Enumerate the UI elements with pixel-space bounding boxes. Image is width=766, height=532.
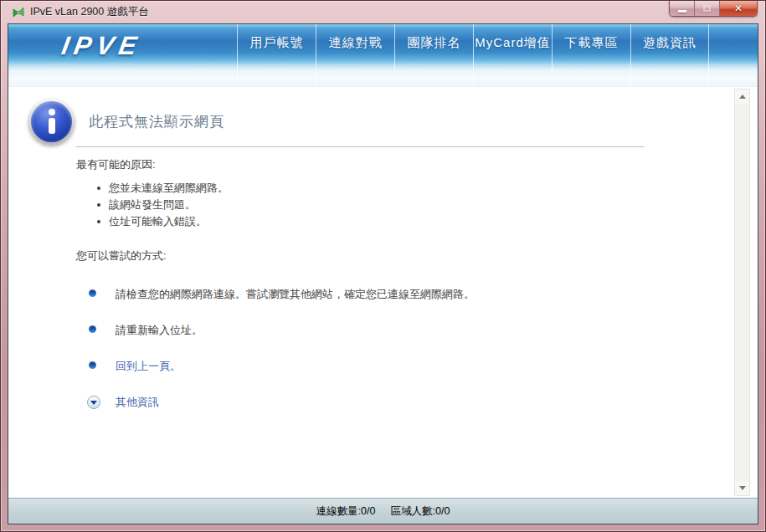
scroll-up-icon	[739, 95, 746, 99]
minimize-icon	[678, 10, 686, 13]
nav-item-team-ranking[interactable]: 團隊排名	[394, 24, 473, 86]
scrollbar-down-button[interactable]	[735, 481, 749, 495]
statusbar: 連線數量:0/0 區域人數:0/0	[8, 498, 758, 524]
chevron-down-circle-icon[interactable]	[87, 396, 100, 409]
scrollbar-up-button[interactable]	[735, 90, 749, 104]
info-icon	[28, 99, 75, 145]
ipve-logo: IPVE	[59, 31, 144, 61]
list-item: 回到上一頁。	[76, 359, 758, 374]
nav-item-user-account[interactable]: 用戶帳號	[237, 24, 316, 86]
blue-sphere-bullet-icon	[89, 289, 96, 297]
back-link[interactable]: 回到上一頁。	[116, 359, 181, 374]
navbar: IPVE 用戶帳號 連線對戰 團隊排名 MyCard增值 下載專區 遊戲資訊	[8, 24, 758, 87]
titlebar: IPvE vLan 2900 遊戲平台 ✕	[1, 1, 765, 23]
bullet-icon	[97, 220, 100, 223]
scroll-down-icon	[739, 486, 746, 490]
bullet-icon	[97, 203, 100, 207]
more-info-row: 其他資訊	[76, 395, 758, 410]
causes-list: 您並未連線至網際網路。 該網站發生問題。 位址可能輸入錯誤。	[76, 180, 758, 230]
app-icon	[12, 6, 25, 19]
blue-sphere-bullet-icon	[89, 325, 96, 333]
list-item: 請檢查您的網際網路連線。嘗試瀏覽其他網站，確定您已連線至網際網路。	[76, 287, 758, 302]
blue-sphere-bullet-icon	[89, 361, 96, 369]
error-header: 此程式無法顯示網頁	[28, 99, 758, 145]
connections-count: 連線數量:0/0	[316, 504, 376, 519]
nav-item-online-battle[interactable]: 連線對戰	[316, 24, 394, 86]
error-page: 此程式無法顯示網頁 最有可能的原因: 您並未連線至網際網路。 該網站發生問題。	[8, 87, 758, 410]
maximize-button[interactable]	[695, 1, 720, 16]
client-area: IPVE 用戶帳號 連線對戰 團隊排名 MyCard增值 下載專區 遊戲資訊 此…	[8, 23, 758, 524]
list-item: 該網站發生問題。	[76, 197, 758, 213]
try-heading: 您可以嘗試的方式:	[76, 248, 758, 263]
divider-rule	[76, 146, 644, 147]
nav-item-download-zone[interactable]: 下載專區	[552, 24, 630, 86]
nav-item-mycard-topup[interactable]: MyCard增值	[473, 24, 552, 86]
list-item: 請重新輸入位址。	[76, 323, 758, 338]
minimize-button[interactable]	[670, 1, 695, 16]
close-button[interactable]: ✕	[720, 1, 757, 16]
app-window: IPvE vLan 2900 遊戲平台 ✕ IPVE 用戶帳號 連線對戰 團隊排…	[0, 0, 766, 532]
causes-heading: 最有可能的原因:	[76, 157, 758, 172]
window-controls: ✕	[669, 1, 758, 17]
more-info-link[interactable]: 其他資訊	[116, 395, 159, 410]
maximize-icon	[703, 5, 711, 12]
close-icon: ✕	[734, 3, 743, 13]
scrollbar[interactable]	[734, 89, 750, 496]
browser-view: 此程式無法顯示網頁 最有可能的原因: 您並未連線至網際網路。 該網站發生問題。	[8, 87, 758, 498]
bullet-icon	[97, 187, 100, 190]
list-item: 位址可能輸入錯誤。	[76, 213, 758, 230]
nav-menu: 用戶帳號 連線對戰 團隊排名 MyCard增值 下載專區 遊戲資訊	[237, 24, 709, 86]
error-title: 此程式無法顯示網頁	[89, 112, 224, 131]
nav-item-game-info[interactable]: 遊戲資訊	[630, 24, 709, 86]
players-count: 區域人數:0/0	[391, 504, 450, 519]
suggestions-list: 請檢查您的網際網路連線。嘗試瀏覽其他網站，確定您已連線至網際網路。 請重新輸入位…	[76, 287, 758, 410]
window-title: IPvE vLan 2900 遊戲平台	[30, 5, 149, 19]
list-item: 您並未連線至網際網路。	[76, 180, 758, 197]
